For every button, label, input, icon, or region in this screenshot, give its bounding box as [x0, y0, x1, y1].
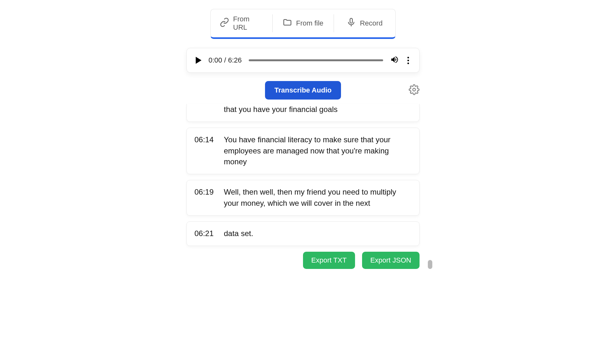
- link-icon: [220, 18, 229, 29]
- svg-point-2: [413, 88, 416, 91]
- transcript-row[interactable]: 06:14 You have financial literacy to mak…: [186, 128, 420, 174]
- source-tabs: From URL From file Record: [210, 9, 396, 39]
- folder-icon: [283, 18, 292, 29]
- transcript-row[interactable]: 06:21 data set.: [186, 221, 420, 246]
- scrollbar-thumb[interactable]: [428, 260, 432, 269]
- transcript-timestamp: 06:19: [194, 187, 216, 209]
- export-txt-button[interactable]: Export TXT: [303, 252, 355, 269]
- transcript-text: Well, then well, then my friend you need…: [224, 187, 412, 209]
- volume-button[interactable]: [390, 55, 399, 65]
- tab-from-url[interactable]: From URL: [211, 9, 272, 37]
- transcript-row[interactable]: that you have your financial goals: [186, 104, 420, 122]
- tab-label: Record: [360, 19, 383, 27]
- tab-from-file[interactable]: From file: [272, 9, 334, 37]
- transcript-timestamp: 06:21: [194, 228, 216, 239]
- play-button[interactable]: [196, 57, 201, 64]
- tab-label: From file: [296, 19, 323, 27]
- transcript-text: You have financial literacy to make sure…: [224, 134, 412, 167]
- transcript-timestamp: 06:14: [194, 134, 216, 167]
- tab-record[interactable]: Record: [334, 9, 395, 37]
- export-json-button[interactable]: Export JSON: [362, 252, 420, 269]
- scrollbar[interactable]: [428, 104, 432, 269]
- action-row: Transcribe Audio: [186, 81, 420, 100]
- progress-bar[interactable]: [249, 59, 383, 61]
- audio-player: 0:00 / 6:26: [186, 48, 420, 73]
- more-options-button[interactable]: [406, 56, 410, 65]
- tab-label: From URL: [233, 15, 263, 32]
- gear-icon: [409, 91, 420, 96]
- app-container: From URL From file Record 0:00 / 6:26 Tr…: [123, 0, 483, 269]
- svg-rect-0: [350, 19, 352, 23]
- export-row: Export TXT Export JSON: [186, 252, 420, 269]
- transcript-text: that you have your financial goals: [194, 104, 412, 115]
- settings-button[interactable]: [409, 84, 420, 96]
- time-display: 0:00 / 6:26: [208, 56, 242, 64]
- transcript-list: that you have your financial goals 06:14…: [186, 104, 420, 269]
- transcript-row[interactable]: 06:19 Well, then well, then my friend yo…: [186, 180, 420, 216]
- transcript-text: data set.: [224, 228, 412, 239]
- microphone-icon: [346, 18, 356, 29]
- transcribe-button[interactable]: Transcribe Audio: [265, 81, 341, 100]
